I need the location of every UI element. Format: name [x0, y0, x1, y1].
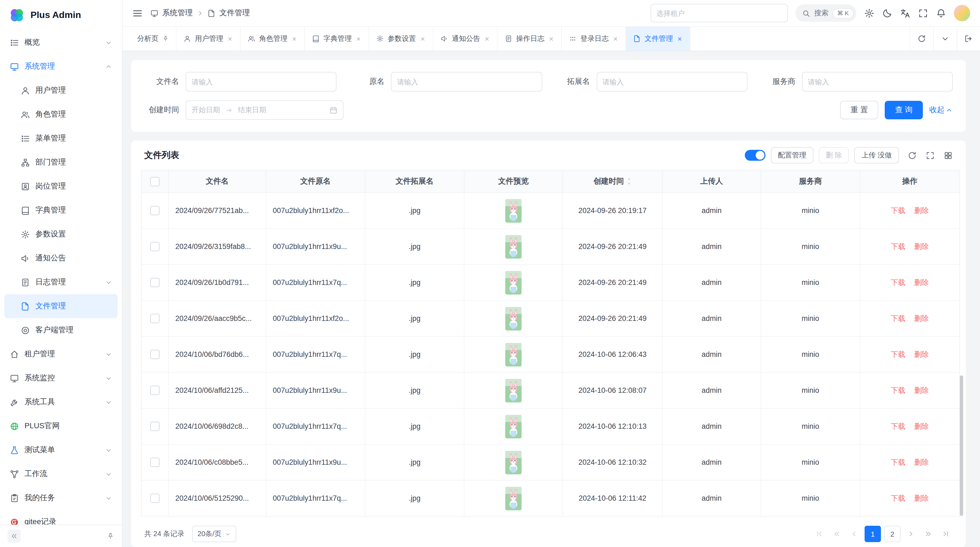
row-checkbox[interactable]	[150, 314, 159, 323]
upload-button[interactable]: 上传 没做	[854, 147, 899, 163]
row-checkbox[interactable]	[150, 278, 159, 287]
sidebar-item-test-menu[interactable]: 测试菜单	[4, 438, 118, 462]
sidebar-item-menu-mgmt[interactable]: 菜单管理	[4, 126, 118, 150]
collapse-filters-link[interactable]: 收起	[929, 105, 953, 115]
sidebar-item-notice[interactable]: 通知公告	[4, 246, 118, 270]
sidebar-item-param-settings[interactable]: 参数设置	[4, 222, 118, 246]
sidebar-item-dept-mgmt[interactable]: 部门管理	[4, 150, 118, 174]
prev-page-button[interactable]	[847, 527, 861, 541]
global-search-button[interactable]: 搜索 ⌘ K	[795, 4, 856, 22]
row-checkbox[interactable]	[150, 458, 159, 467]
file-preview-thumbnail[interactable]	[505, 306, 522, 330]
file-preview-thumbnail[interactable]	[505, 199, 522, 223]
dark-mode-moon-icon[interactable]	[882, 8, 892, 18]
app-logo-row[interactable]: Plus Admin	[0, 0, 122, 30]
file-preview-thumbnail[interactable]	[505, 343, 522, 367]
sidebar-item-system-mgmt[interactable]: 系统管理	[4, 54, 118, 78]
close-icon[interactable]	[420, 36, 426, 41]
refresh-icon[interactable]	[908, 151, 917, 160]
extension-input[interactable]	[597, 72, 748, 91]
close-icon[interactable]	[291, 36, 297, 41]
fullscreen-icon[interactable]	[926, 151, 935, 160]
refresh-tab-button[interactable]	[910, 27, 933, 51]
file-preview-thumbnail[interactable]	[505, 450, 522, 474]
download-link[interactable]: 下载	[891, 314, 905, 323]
first-page-button[interactable]	[812, 527, 826, 541]
tab-options-button[interactable]	[933, 27, 956, 51]
tab-param-settings[interactable]: 参数设置	[369, 27, 433, 51]
exit-content-fullscreen-button[interactable]	[956, 27, 980, 51]
file-preview-thumbnail[interactable]	[505, 486, 522, 510]
close-icon[interactable]	[677, 36, 683, 41]
tab-notice[interactable]: 通知公告	[433, 27, 498, 51]
tab-login-log[interactable]: 登录日志	[562, 27, 626, 51]
sidebar-item-dict-mgmt[interactable]: 字典管理	[4, 198, 118, 222]
tab-user-mgmt[interactable]: 用户管理	[177, 27, 241, 51]
download-link[interactable]: 下载	[891, 206, 905, 215]
sidebar-item-role-mgmt[interactable]: 角色管理	[4, 102, 118, 126]
sidebar-item-workflow[interactable]: 工作流	[4, 462, 118, 486]
translate-icon[interactable]	[900, 8, 910, 18]
row-checkbox[interactable]	[150, 350, 159, 359]
download-link[interactable]: 下载	[891, 458, 905, 467]
sidebar-item-plus-website[interactable]: PLUS官网	[4, 414, 118, 438]
forward-pages-button[interactable]	[921, 527, 935, 541]
close-icon[interactable]	[612, 36, 619, 41]
file-name-input[interactable]	[186, 72, 337, 91]
date-range-picker[interactable]: 开始日期 结束日期	[186, 100, 344, 120]
sidebar-item-tenant-mgmt[interactable]: 租户管理	[4, 342, 118, 366]
sort-control[interactable]	[627, 178, 632, 185]
sidebar-item-gitee-record[interactable]: gitee记录	[4, 510, 118, 525]
tab-op-log[interactable]: 操作日志	[498, 27, 562, 51]
download-link[interactable]: 下载	[891, 386, 905, 395]
file-preview-thumbnail[interactable]	[505, 414, 522, 438]
delete-button[interactable]: 删 除	[819, 147, 849, 163]
search-button[interactable]: 查 询	[885, 101, 923, 119]
file-preview-thumbnail[interactable]	[505, 271, 522, 295]
sidebar-item-user-mgmt[interactable]: 用户管理	[4, 78, 118, 102]
delete-link[interactable]: 删除	[914, 421, 929, 431]
delete-link[interactable]: 删除	[914, 242, 929, 252]
delete-link[interactable]: 删除	[914, 493, 929, 503]
row-checkbox[interactable]	[150, 494, 159, 503]
tab-role-mgmt[interactable]: 角色管理	[241, 27, 305, 51]
column-settings-grid-icon[interactable]	[943, 151, 953, 160]
row-checkbox[interactable]	[150, 206, 159, 215]
delete-link[interactable]: 删除	[914, 386, 929, 395]
close-icon[interactable]	[356, 36, 361, 41]
tab-analysis[interactable]: 分析页	[130, 27, 177, 51]
file-preview-thumbnail[interactable]	[505, 378, 522, 402]
tab-file-mgmt[interactable]: 文件管理	[626, 27, 690, 51]
row-checkbox[interactable]	[150, 422, 159, 431]
delete-link[interactable]: 删除	[914, 349, 929, 359]
fullscreen-icon[interactable]	[918, 8, 928, 18]
download-link[interactable]: 下载	[891, 242, 905, 252]
download-link[interactable]: 下载	[891, 421, 905, 431]
next-page-button[interactable]	[904, 527, 918, 541]
sidebar-item-file-mgmt[interactable]: 文件管理	[4, 294, 118, 318]
pin-sidebar-icon[interactable]	[107, 532, 115, 540]
sidebar-item-system-monitor[interactable]: 系统监控	[4, 366, 118, 390]
delete-link[interactable]: 删除	[914, 458, 929, 467]
row-checkbox[interactable]	[150, 242, 159, 251]
reset-button[interactable]: 重 置	[840, 101, 878, 119]
sidebar-item-overview[interactable]: 概览	[4, 30, 118, 54]
tenant-select-input[interactable]	[650, 4, 788, 22]
close-icon[interactable]	[484, 36, 490, 41]
preview-toggle[interactable]	[745, 150, 765, 161]
close-icon[interactable]	[548, 36, 554, 41]
breadcrumb-segment[interactable]: 系统管理	[162, 8, 193, 18]
sidebar-item-system-tools[interactable]: 系统工具	[4, 390, 118, 414]
back-pages-button[interactable]	[830, 527, 844, 541]
table-scrollbar-thumb[interactable]	[960, 375, 963, 516]
config-mgmt-button[interactable]: 配置管理	[771, 147, 813, 163]
provider-input[interactable]	[802, 72, 953, 91]
pin-icon[interactable]	[162, 35, 169, 42]
sidebar-collapse-button[interactable]	[8, 529, 21, 543]
file-preview-thumbnail[interactable]	[505, 234, 522, 258]
sidebar-item-log-mgmt[interactable]: 日志管理	[4, 270, 118, 294]
last-page-button[interactable]	[939, 527, 953, 541]
sidebar-item-post-mgmt[interactable]: 岗位管理	[4, 174, 118, 198]
sidebar-item-my-tasks[interactable]: 我的任务	[4, 486, 118, 510]
col-create-time[interactable]: 创建时间	[563, 171, 663, 192]
